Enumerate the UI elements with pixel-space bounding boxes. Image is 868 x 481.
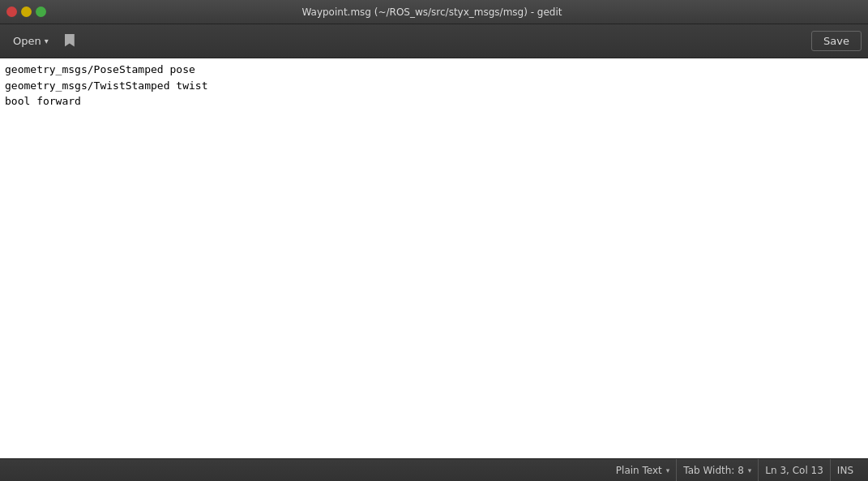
open-label: Open — [13, 35, 41, 47]
window-title: Waypoint.msg (~/ROS_ws/src/styx_msgs/msg… — [2, 6, 862, 18]
save-button[interactable]: Save — [811, 31, 862, 51]
language-label: Plain Text — [616, 465, 662, 476]
open-dropdown-arrow: ▾ — [45, 37, 49, 45]
mode-label: INS — [837, 465, 853, 476]
position-status: Ln 3, Col 13 — [759, 459, 831, 481]
language-status[interactable]: Plain Text ▾ — [609, 459, 677, 481]
titlebar: Waypoint.msg (~/ROS_ws/src/styx_msgs/msg… — [0, 0, 868, 24]
statusbar: Plain Text ▾ Tab Width: 8 ▾ Ln 3, Col 13… — [0, 458, 868, 481]
open-button[interactable]: Open ▾ — [6, 32, 55, 50]
language-dropdown-arrow: ▾ — [666, 466, 670, 475]
editor-content[interactable]: geometry_msgs/PoseStamped pose geometry_… — [0, 58, 868, 458]
bookmark-button[interactable] — [58, 31, 83, 52]
toolbar: Open ▾ Save — [0, 24, 868, 58]
mode-status: INS — [831, 459, 860, 481]
bookmark-icon — [65, 34, 76, 49]
tabwidth-label: Tab Width: 8 — [683, 465, 743, 476]
position-label: Ln 3, Col 13 — [765, 465, 823, 476]
tabwidth-status[interactable]: Tab Width: 8 ▾ — [677, 459, 759, 481]
tabwidth-dropdown-arrow: ▾ — [748, 466, 752, 475]
editor-area[interactable]: geometry_msgs/PoseStamped pose geometry_… — [0, 58, 868, 458]
